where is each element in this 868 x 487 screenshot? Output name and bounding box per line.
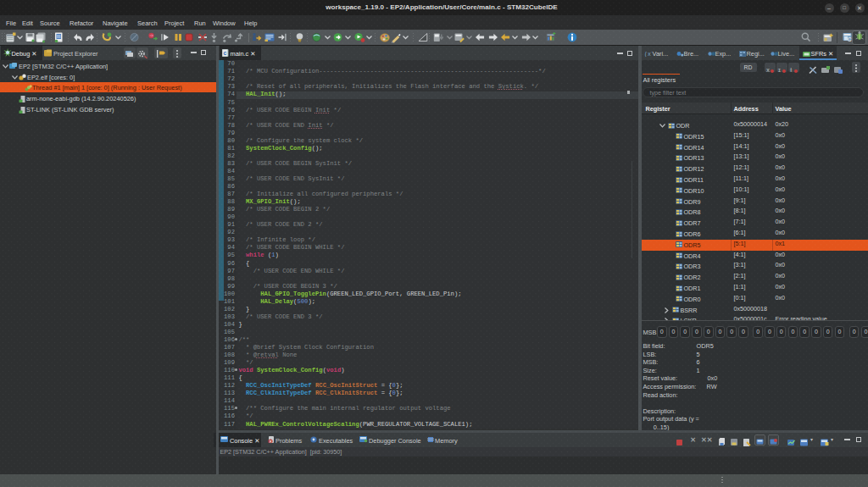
svg-text:ɪ: ɪ <box>778 67 781 73</box>
svg-text:C: C <box>847 36 851 42</box>
svg-text:c: c <box>224 50 227 56</box>
svg-text:x: x <box>766 67 770 73</box>
svg-text:(x): (x) <box>644 52 652 57</box>
svg-text:ɫ: ɫ <box>790 67 793 73</box>
svg-text:✕: ✕ <box>269 439 272 443</box>
